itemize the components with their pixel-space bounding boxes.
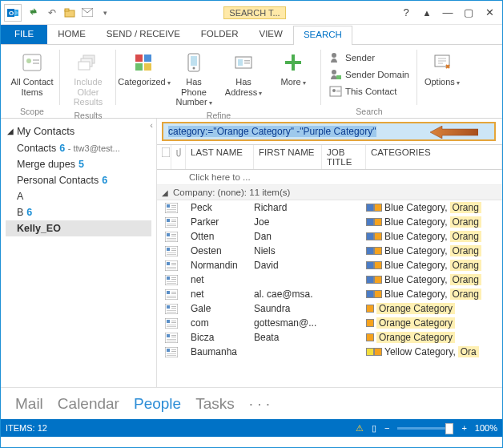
svg-rect-93 — [167, 339, 176, 340]
svg-rect-80 — [171, 308, 176, 309]
column-headers[interactable]: LAST NAME FIRST NAME JOB TITLE CATEGORIE… — [157, 144, 502, 170]
svg-rect-66 — [167, 276, 170, 280]
contact-row[interactable]: OttenDan Blue Category, Orang — [157, 229, 502, 244]
include-older-results-button: Include Older Results — [65, 48, 111, 109]
svg-rect-56 — [171, 250, 176, 251]
navigation-pane: ‹ ◢ My Contacts Contacts6 - ttw3@test...… — [1, 119, 157, 387]
nav-calendar[interactable]: Calendar — [58, 395, 119, 413]
phone-icon — [181, 50, 207, 75]
attachment-column[interactable] — [171, 145, 186, 169]
minimize-button[interactable]: — — [438, 5, 457, 21]
help-icon[interactable]: ? — [396, 5, 416, 21]
contact-list: PeckRichard Blue Category, OrangParkerJo… — [157, 200, 502, 359]
svg-rect-12 — [78, 62, 90, 70]
svg-rect-81 — [167, 310, 176, 311]
search-input[interactable]: category:="Orange Category" -"Purple Cat… — [162, 122, 496, 141]
tab-search[interactable]: SEARCH — [293, 26, 352, 45]
contact-row[interactable]: netal. cae@msa. Blue Category, Orang — [157, 287, 502, 301]
svg-point-30 — [332, 89, 336, 92]
nav-mail[interactable]: Mail — [15, 395, 43, 413]
undo-icon[interactable]: ↶ — [44, 5, 60, 21]
svg-rect-78 — [167, 305, 170, 309]
folder-icon[interactable] — [62, 5, 78, 21]
this-contact-button[interactable]: This Contact — [326, 83, 412, 99]
contact-row[interactable]: net Blue Category, Orang — [157, 272, 502, 287]
tab-home[interactable]: HOME — [47, 25, 96, 44]
tab-view[interactable]: VIEW — [248, 25, 292, 44]
has-address-button[interactable]: Has Address▾ — [220, 48, 267, 99]
svg-rect-4 — [65, 9, 69, 11]
annotation-arrow-icon — [430, 126, 478, 139]
nav-item-b[interactable]: B6 — [6, 204, 151, 220]
group-header-row[interactable]: ◢ Company: (none): 11 item(s) — [157, 185, 502, 200]
all-contact-items-button[interactable]: All Contact Items — [9, 48, 55, 99]
contact-row[interactable]: comgottesman@... Orange Category — [157, 316, 502, 330]
close-button[interactable]: ✕ — [480, 5, 499, 21]
svg-rect-23 — [244, 63, 250, 64]
card-icon — [157, 275, 186, 285]
nav-collapse-icon[interactable]: ‹ — [150, 120, 153, 130]
svg-text:O: O — [9, 10, 14, 17]
card-icon — [157, 217, 186, 228]
maximize-button[interactable]: ▢ — [459, 5, 478, 21]
col-first-name[interactable]: FIRST NAME — [254, 145, 322, 169]
nav-item-a[interactable]: A — [6, 188, 151, 204]
icon-column[interactable] — [157, 145, 171, 169]
svg-rect-61 — [171, 263, 176, 264]
svg-rect-71 — [165, 289, 178, 300]
contact-row[interactable]: OestenNiels Blue Category, Orang — [157, 244, 502, 258]
new-item-row[interactable]: Click here to ... — [157, 170, 502, 185]
svg-rect-74 — [171, 293, 176, 294]
sender-domain-button[interactable]: Sender Domain — [326, 67, 412, 83]
contact-icon — [329, 85, 342, 98]
svg-rect-65 — [165, 275, 178, 285]
svg-rect-21 — [238, 59, 243, 66]
col-last-name[interactable]: LAST NAME — [186, 145, 254, 169]
svg-rect-43 — [171, 220, 176, 220]
contact-row[interactable]: BiczaBeata Orange Category — [157, 330, 502, 345]
contact-row[interactable]: NormandinDavid Blue Category, Orang — [157, 258, 502, 272]
zoom-level: 100% — [475, 423, 497, 433]
nav-item-contacts[interactable]: Contacts6 - ttw3@test... — [6, 140, 151, 156]
tab-file[interactable]: FILE — [1, 25, 47, 44]
ribbon-collapse-icon[interactable]: ▲ — [417, 5, 437, 21]
nav-header-my-contacts[interactable]: ◢ My Contacts — [6, 122, 151, 140]
contact-row[interactable]: GaleSaundra Orange Category — [157, 301, 502, 316]
sender-button[interactable]: Sender — [326, 50, 412, 66]
svg-rect-47 — [165, 232, 178, 242]
contact-row[interactable]: ParkerJoe Blue Category, Orang — [157, 215, 502, 229]
contact-row[interactable]: Baumanha Yellow Category, Ora — [157, 345, 502, 359]
qat-dropdown-icon[interactable]: ▾ — [97, 5, 113, 21]
tab-send-receive[interactable]: SEND / RECEIVE — [96, 25, 191, 44]
svg-rect-70 — [167, 283, 176, 284]
person-icon — [329, 51, 342, 64]
nav-item-personal-contacts[interactable]: Personal Contacts6 — [6, 172, 151, 188]
svg-point-7 — [26, 59, 31, 63]
svg-rect-22 — [244, 60, 250, 62]
mail-icon[interactable] — [79, 5, 95, 21]
tab-folder[interactable]: FOLDER — [191, 25, 249, 44]
warning-icon[interactable]: ⚠ — [356, 423, 364, 434]
has-phone-button[interactable]: Has Phone Number▾ — [171, 48, 217, 109]
col-categories[interactable]: CATEGORIES — [366, 145, 502, 169]
nav-tasks[interactable]: Tasks — [195, 395, 235, 413]
card-icon — [157, 318, 186, 329]
nav-item-kelly_eo[interactable]: Kelly_EO — [6, 220, 151, 236]
svg-rect-79 — [171, 306, 176, 307]
zoom-slider[interactable] — [397, 427, 453, 430]
svg-rect-60 — [167, 262, 170, 265]
nav-item-merge-dupes[interactable]: Merge dupes5 — [6, 156, 151, 172]
svg-rect-55 — [171, 248, 176, 249]
card-icon — [157, 304, 186, 314]
nav-more-icon[interactable]: · · · — [249, 395, 270, 413]
svg-rect-62 — [171, 264, 176, 265]
col-job-title[interactable]: JOB TITLE — [322, 145, 366, 169]
more-button[interactable]: More▾ — [270, 48, 316, 89]
nav-people[interactable]: People — [134, 395, 181, 413]
zoom-out-icon[interactable]: − — [384, 423, 389, 433]
zoom-in-icon[interactable]: + — [461, 423, 466, 433]
contact-row[interactable]: PeckRichard Blue Category, Orang — [157, 200, 502, 215]
send-receive-icon[interactable] — [26, 5, 42, 21]
options-button[interactable]: Options▾ — [422, 48, 462, 89]
categorized-button[interactable]: Categorized▾ — [121, 48, 167, 89]
